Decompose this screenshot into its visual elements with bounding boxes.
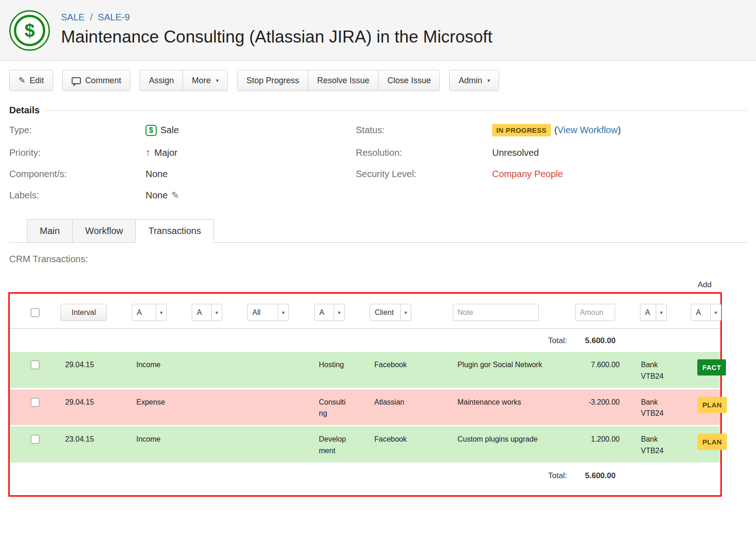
- breadcrumb-project-link[interactable]: SALE: [61, 12, 85, 22]
- assign-button-label: Assign: [149, 76, 174, 86]
- status-label: Status:: [356, 125, 492, 135]
- transaction-category: Hosting: [314, 359, 370, 371]
- row-checkbox[interactable]: [30, 435, 40, 444]
- transaction-category: Consulting: [314, 397, 370, 420]
- transaction-type: Expense: [132, 397, 192, 408]
- resolution-value: Unresolved: [492, 148, 747, 158]
- chevron-down-icon: ▾: [710, 304, 721, 320]
- transaction-note: Maintenance works: [453, 397, 575, 408]
- breadcrumb: SALE / SALE-9: [61, 12, 493, 23]
- jira-issue-page: $ SALE / SALE-9 Maintenance Consulting (…: [0, 0, 756, 497]
- comment-icon: [72, 77, 81, 84]
- details-section: Details Type: $ Sale Status: IN PROGRESS…: [9, 105, 747, 201]
- select-all-checkbox[interactable]: [30, 308, 40, 317]
- sale-dollar-icon: $: [9, 10, 50, 51]
- view-workflow-link[interactable]: View Workflow: [557, 125, 617, 135]
- priority-value: ↑ Major: [146, 147, 356, 159]
- chevron-down-icon: ▾: [216, 77, 219, 84]
- pencil-icon: ✎: [18, 75, 25, 86]
- add-transaction-link[interactable]: Add: [698, 280, 712, 289]
- transaction-client: Facebook: [370, 434, 453, 445]
- type-filter-dropdown[interactable]: A ▾: [132, 304, 167, 321]
- transaction-client: Atlassian: [370, 397, 453, 408]
- details-divider: [45, 110, 747, 111]
- close-issue-button[interactable]: Close Issue: [378, 70, 440, 91]
- transaction-bank: Bank VTB24: [640, 434, 691, 457]
- total-label: Total:: [453, 336, 575, 345]
- labels-value: None ✎: [146, 190, 356, 201]
- category-filter-dropdown[interactable]: A ▾: [314, 304, 345, 321]
- admin-button[interactable]: Admin ▾: [449, 70, 499, 91]
- transactions-filter-row: Interval A ▾ A ▾ All ▾: [10, 299, 720, 329]
- more-button[interactable]: More ▾: [183, 70, 228, 91]
- chevron-down-icon: ▾: [278, 304, 288, 320]
- transaction-amount: 1.200.00: [575, 434, 640, 445]
- stop-progress-label: Stop Progress: [246, 76, 299, 86]
- components-label: Component/s:: [9, 169, 146, 179]
- transaction-category: Development: [314, 434, 370, 457]
- stop-progress-button[interactable]: Stop Progress: [237, 70, 308, 91]
- all-filter-dropdown[interactable]: All ▾: [247, 304, 289, 321]
- transaction-bank: Bank VTB24: [640, 397, 691, 420]
- chevron-down-icon: ▾: [156, 304, 166, 320]
- priority-label: Priority:: [9, 148, 146, 158]
- transaction-note: Plugin gor Social Network: [453, 359, 575, 371]
- details-heading: Details: [9, 105, 40, 116]
- total-label: Total:: [453, 471, 575, 480]
- crm-transactions-heading: CRM Transactions:: [9, 254, 747, 265]
- tab-transactions[interactable]: Transactions: [135, 219, 214, 243]
- admin-button-label: Admin: [458, 76, 482, 86]
- comment-button[interactable]: Comment: [62, 70, 130, 91]
- workflow-button-group: Stop Progress Resolve Issue Close Issue: [237, 70, 440, 91]
- status-filter-dropdown[interactable]: A ▾: [691, 304, 721, 321]
- total-value: 5.600.00: [575, 336, 640, 345]
- type-label: Type:: [9, 125, 146, 135]
- transaction-row: 29.04.15 Expense Consulting Atlassian Ma…: [10, 389, 720, 427]
- assign-button[interactable]: Assign: [140, 70, 183, 91]
- status-badge: FACT: [697, 359, 726, 375]
- edit-button[interactable]: ✎ Edit: [9, 70, 53, 91]
- transaction-type: Income: [132, 434, 192, 445]
- transactions-total-top: Total: 5.600.00: [10, 329, 720, 352]
- row-checkbox[interactable]: [30, 360, 40, 369]
- tab-main[interactable]: Main: [27, 219, 73, 243]
- chevron-down-icon: ▾: [211, 304, 222, 320]
- dollar-glyph: $: [24, 21, 35, 40]
- breadcrumb-issue-link[interactable]: SALE-9: [98, 12, 130, 22]
- transaction-bank: Bank VTB24: [640, 359, 691, 382]
- edit-button-label: Edit: [30, 76, 44, 86]
- interval-filter-button[interactable]: Interval: [61, 304, 107, 321]
- chevron-down-icon: ▾: [400, 304, 411, 320]
- close-issue-label: Close Issue: [387, 76, 431, 86]
- components-value: None: [146, 169, 356, 179]
- tab-workflow[interactable]: Workflow: [72, 219, 136, 243]
- status-value: IN PROGRESS (View Workflow): [492, 124, 747, 136]
- page-title: Maintenance Consulting (Atlassian JIRA) …: [61, 27, 493, 47]
- transaction-client: Facebook: [370, 359, 453, 371]
- priority-major-icon: ↑: [146, 147, 151, 159]
- transaction-amount: 7.600.00: [575, 359, 640, 371]
- chevron-down-icon: ▾: [656, 304, 666, 320]
- account-filter-dropdown[interactable]: A ▾: [192, 304, 222, 321]
- chevron-down-icon: ▾: [487, 77, 490, 84]
- row-checkbox[interactable]: [30, 398, 40, 407]
- transaction-row: 29.04.15 Income Hosting Facebook Plugin …: [10, 352, 720, 389]
- status-badge: IN PROGRESS: [492, 124, 551, 136]
- resolve-issue-button[interactable]: Resolve Issue: [308, 70, 378, 91]
- edit-labels-pencil-icon[interactable]: ✎: [171, 190, 179, 201]
- amount-filter-input[interactable]: [575, 304, 615, 321]
- note-filter-input[interactable]: [453, 304, 539, 321]
- status-badge: PLAN: [697, 397, 727, 413]
- bank-filter-dropdown[interactable]: A ▾: [640, 304, 667, 321]
- transaction-amount: -3.200.00: [575, 397, 640, 408]
- assign-button-group: Assign More ▾: [140, 70, 228, 91]
- security-level-label: Security Level:: [356, 169, 492, 179]
- transaction-date: 29.04.15: [61, 397, 132, 408]
- type-value: $ Sale: [146, 125, 356, 136]
- client-filter-dropdown[interactable]: Client ▾: [370, 304, 411, 321]
- comment-button-label: Comment: [85, 76, 121, 86]
- sale-type-icon: $: [146, 125, 157, 136]
- transaction-date: 23.04.15: [61, 434, 132, 445]
- labels-label: Labels:: [9, 190, 146, 201]
- transaction-note: Custom plugins upgrade: [453, 434, 575, 445]
